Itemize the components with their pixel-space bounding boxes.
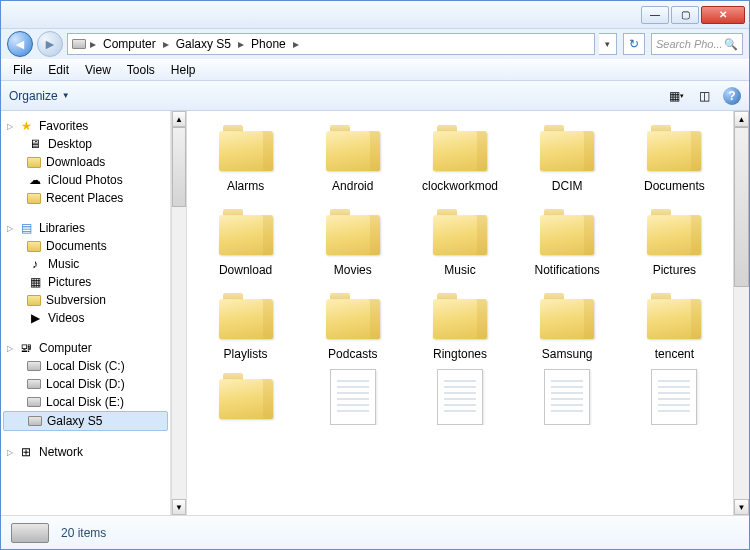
- desktop-icon: 🖥: [27, 137, 43, 151]
- folder-icon: [322, 121, 384, 173]
- help-button[interactable]: ?: [723, 87, 741, 105]
- folder-item[interactable]: Notifications: [517, 201, 618, 281]
- chevron-right-icon: ▸: [293, 37, 299, 51]
- address-history-dropdown[interactable]: ▾: [599, 33, 617, 55]
- nav-item-pictures[interactable]: ▦Pictures: [1, 273, 170, 291]
- explorer-body: ▷ ★ Favorites 🖥Desktop Downloads ☁iCloud…: [1, 111, 749, 515]
- folder-label: Movies: [334, 263, 372, 277]
- command-bar: Organize ▼ ▦▾ ◫ ?: [1, 81, 749, 111]
- folder-item[interactable]: DCIM: [517, 117, 618, 197]
- status-bar: 20 items: [1, 515, 749, 549]
- pictures-icon: ▦: [27, 275, 43, 289]
- address-bar[interactable]: ▸ Computer ▸ Galaxy S5 ▸ Phone ▸: [67, 33, 595, 55]
- search-input[interactable]: Search Pho... 🔍: [651, 33, 743, 55]
- star-icon: ★: [18, 119, 34, 133]
- content-pane[interactable]: AlarmsAndroidclockworkmodDCIMDocumentsDo…: [187, 111, 733, 515]
- folder-item[interactable]: Playlists: [195, 285, 296, 365]
- scroll-up-button[interactable]: ▲: [172, 111, 186, 127]
- folder-item[interactable]: Movies: [302, 201, 403, 281]
- nav-item-videos[interactable]: ▶Videos: [1, 309, 170, 327]
- expand-icon: ▷: [7, 224, 13, 233]
- folder-icon: [27, 241, 41, 252]
- window-maximize-button[interactable]: ▢: [671, 6, 699, 24]
- menu-edit[interactable]: Edit: [40, 61, 77, 79]
- nav-item-recent-places[interactable]: Recent Places: [1, 189, 170, 207]
- file-item[interactable]: [624, 365, 725, 425]
- libraries-icon: ▤: [18, 221, 34, 235]
- breadcrumb-galaxy-s5[interactable]: Galaxy S5: [173, 36, 234, 52]
- chevron-down-icon: ▼: [62, 91, 70, 100]
- folder-item[interactable]: Android: [302, 117, 403, 197]
- nav-libraries-header[interactable]: ▷ ▤ Libraries: [1, 219, 170, 237]
- breadcrumb-computer[interactable]: Computer: [100, 36, 159, 52]
- search-placeholder: Search Pho...: [656, 38, 723, 50]
- folder-item[interactable]: Samsung: [517, 285, 618, 365]
- file-icon: [330, 369, 376, 425]
- nav-back-button[interactable]: ◄: [7, 31, 33, 57]
- file-item[interactable]: [517, 365, 618, 425]
- menu-help[interactable]: Help: [163, 61, 204, 79]
- nav-item-icloud-photos[interactable]: ☁iCloud Photos: [1, 171, 170, 189]
- folder-item[interactable]: Documents: [624, 117, 725, 197]
- file-icon: [544, 369, 590, 425]
- folder-icon: [536, 289, 598, 341]
- scroll-thumb[interactable]: [734, 127, 749, 287]
- menu-file[interactable]: File: [5, 61, 40, 79]
- folder-item[interactable]: Music: [409, 201, 510, 281]
- nav-item-local-disk-e[interactable]: Local Disk (E:): [1, 393, 170, 411]
- folder-item[interactable]: Podcasts: [302, 285, 403, 365]
- scroll-thumb[interactable]: [172, 127, 186, 207]
- folder-item[interactable]: Alarms: [195, 117, 296, 197]
- breadcrumb-phone[interactable]: Phone: [248, 36, 289, 52]
- nav-favorites-header[interactable]: ▷ ★ Favorites: [1, 117, 170, 135]
- folder-item[interactable]: Pictures: [624, 201, 725, 281]
- folder-item[interactable]: clockworkmod: [409, 117, 510, 197]
- nav-item-local-disk-d[interactable]: Local Disk (D:): [1, 375, 170, 393]
- window-minimize-button[interactable]: —: [641, 6, 669, 24]
- nav-item-downloads[interactable]: Downloads: [1, 153, 170, 171]
- folder-grid: AlarmsAndroidclockworkmodDCIMDocumentsDo…: [195, 117, 725, 365]
- window-close-button[interactable]: ✕: [701, 6, 745, 24]
- folder-label: Notifications: [535, 263, 600, 277]
- nav-item-subversion[interactable]: Subversion: [1, 291, 170, 309]
- nav-computer-header[interactable]: ▷ 🖳 Computer: [1, 339, 170, 357]
- folder-item[interactable]: tencent: [624, 285, 725, 365]
- nav-forward-button[interactable]: ►: [37, 31, 63, 57]
- item-count: 20 items: [61, 526, 106, 540]
- file-item[interactable]: [302, 365, 403, 425]
- scroll-down-button[interactable]: ▼: [172, 499, 186, 515]
- explorer-window: — ▢ ✕ ◄ ► ▸ Computer ▸ Galaxy S5 ▸ Phone…: [0, 0, 750, 550]
- content-scrollbar[interactable]: ▲ ▼: [733, 111, 749, 515]
- nav-computer-label: Computer: [39, 341, 92, 355]
- folder-icon: [215, 289, 277, 341]
- computer-icon: 🖳: [18, 341, 34, 355]
- folder-item[interactable]: [195, 365, 296, 425]
- folder-label: tencent: [655, 347, 694, 361]
- folder-icon: [322, 205, 384, 257]
- nav-item-local-disk-c[interactable]: Local Disk (C:): [1, 357, 170, 375]
- folder-label: Ringtones: [433, 347, 487, 361]
- nav-item-desktop[interactable]: 🖥Desktop: [1, 135, 170, 153]
- organize-menu-button[interactable]: Organize ▼: [9, 89, 70, 103]
- refresh-button[interactable]: ↻: [623, 33, 645, 55]
- preview-pane-button[interactable]: ◫: [695, 87, 713, 105]
- expand-icon: ▷: [7, 448, 13, 457]
- address-bar-row: ◄ ► ▸ Computer ▸ Galaxy S5 ▸ Phone ▸ ▾ ↻…: [1, 29, 749, 59]
- folder-item[interactable]: Download: [195, 201, 296, 281]
- scroll-up-button[interactable]: ▲: [734, 111, 749, 127]
- view-options-button[interactable]: ▦▾: [667, 87, 685, 105]
- navpane-scrollbar[interactable]: ▲ ▼: [171, 111, 187, 515]
- drive-icon: [27, 379, 41, 389]
- folder-item[interactable]: Ringtones: [409, 285, 510, 365]
- videos-icon: ▶: [27, 311, 43, 325]
- file-item[interactable]: [409, 365, 510, 425]
- device-icon: [28, 416, 42, 426]
- nav-item-galaxy-s5[interactable]: Galaxy S5: [3, 411, 168, 431]
- folder-icon: [215, 205, 277, 257]
- nav-network-header[interactable]: ▷ ⊞ Network: [1, 443, 170, 461]
- nav-item-documents[interactable]: Documents: [1, 237, 170, 255]
- scroll-down-button[interactable]: ▼: [734, 499, 749, 515]
- nav-item-music[interactable]: ♪Music: [1, 255, 170, 273]
- menu-tools[interactable]: Tools: [119, 61, 163, 79]
- menu-view[interactable]: View: [77, 61, 119, 79]
